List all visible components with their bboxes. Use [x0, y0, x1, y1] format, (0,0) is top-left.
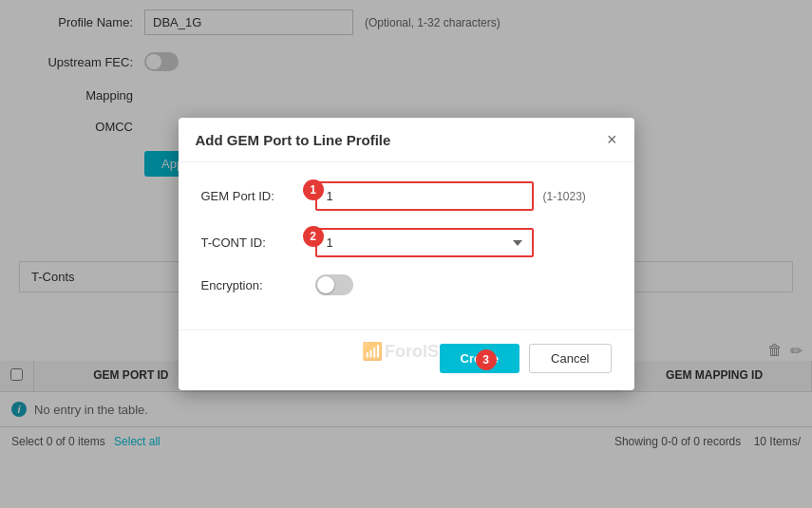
t-cont-id-select[interactable]: 1 2 3 4 [315, 228, 534, 257]
modal-title: Add GEM Port to Line Profile [196, 132, 391, 148]
step-3-badge: 3 [476, 349, 497, 370]
modal-header: Add GEM Port to Line Profile × [179, 118, 634, 162]
modal-divider [179, 329, 634, 330]
encryption-toggle[interactable] [315, 274, 353, 295]
gem-port-id-row: 1 GEM Port ID: (1-1023) [201, 181, 612, 211]
step-1-badge: 1 [303, 179, 324, 200]
t-cont-id-wrapper: 1 2 3 4 [315, 228, 612, 257]
step-2-badge: 2 [303, 226, 324, 247]
cancel-button[interactable]: Cancel [529, 344, 611, 373]
modal-footer: 3 Create Cancel [179, 344, 634, 390]
modal-dialog: Add GEM Port to Line Profile × 1 GEM Por… [179, 118, 634, 390]
t-cont-id-row: 2 T-CONT ID: 1 2 3 4 [201, 228, 612, 257]
gem-port-id-wrapper: (1-1023) [315, 181, 612, 211]
encryption-label: Encryption: [201, 278, 315, 292]
modal-overlay: Add GEM Port to Line Profile × 1 GEM Por… [0, 0, 812, 508]
gem-port-id-input[interactable] [315, 181, 534, 211]
encryption-wrapper [315, 274, 612, 295]
gem-port-id-label: GEM Port ID: [201, 189, 315, 203]
modal-close-button[interactable]: × [607, 131, 617, 148]
modal-body: 1 GEM Port ID: (1-1023) 2 T-CONT ID: 1 [179, 162, 634, 322]
t-cont-id-label: T-CONT ID: [201, 235, 315, 250]
gem-port-id-hint: (1-1023) [543, 190, 586, 203]
encryption-row: Encryption: [201, 274, 612, 295]
